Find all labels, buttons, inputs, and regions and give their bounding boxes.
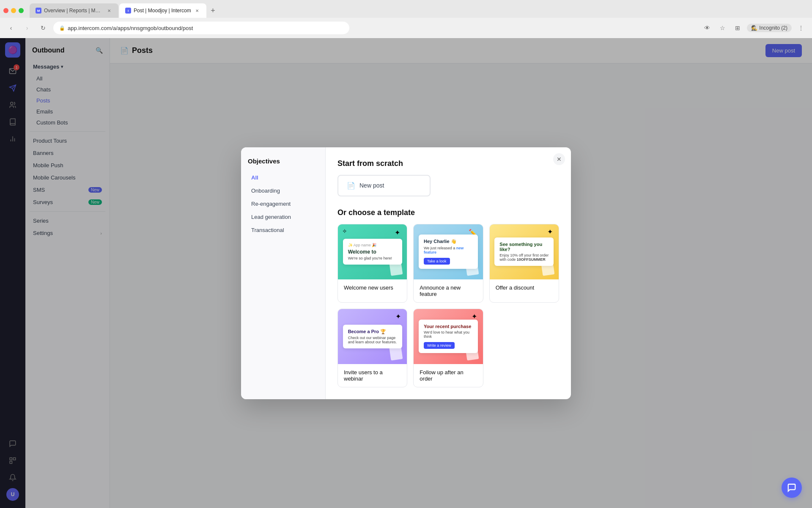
template-section-title: Or choose a template bbox=[337, 208, 559, 217]
template-webinar-preview: Become a Pro 🏆 Check out our webinar pag… bbox=[338, 309, 407, 364]
lock-icon: 🔒 bbox=[59, 25, 65, 31]
template-order-label: Follow up after an order bbox=[414, 364, 483, 387]
webinar-card-content: Become a Pro 🏆 Check out our webinar pag… bbox=[343, 325, 402, 348]
incognito-badge: 🕵 Incognito (2) bbox=[747, 24, 792, 32]
tab-bar: M Overview | Reports | Moodjoy ✕ I Post … bbox=[0, 0, 812, 18]
template-welcome-preview: ✨ App name 🎉 Welcome to We're so glad yo… bbox=[338, 224, 407, 279]
modal-sidebar-item-reengagement[interactable]: Re-engagement bbox=[244, 198, 322, 210]
chat-widget-icon bbox=[787, 483, 796, 492]
new-post-option-label: New post bbox=[359, 182, 384, 189]
modal-close-button[interactable]: ✕ bbox=[553, 153, 565, 165]
chat-widget[interactable] bbox=[782, 478, 802, 498]
close-traffic-light[interactable] bbox=[3, 8, 8, 13]
feature-card-content: Hey Charlie 👋 We just released a new fea… bbox=[419, 235, 478, 269]
reload-button[interactable]: ↻ bbox=[37, 22, 49, 34]
modal-sidebar-item-lead-generation[interactable]: Lead generation bbox=[244, 211, 322, 223]
browser-chrome: M Overview | Reports | Moodjoy ✕ I Post … bbox=[0, 0, 812, 38]
new-post-option[interactable]: 📄 New post bbox=[337, 175, 431, 196]
new-post-option-icon: 📄 bbox=[347, 182, 355, 190]
tab-grid-icon[interactable]: ⊞ bbox=[732, 22, 743, 34]
welcome-card-content: ✨ App name 🎉 Welcome to We're so glad yo… bbox=[343, 239, 402, 265]
template-discount[interactable]: See something you like? Enjoy 10% off yo… bbox=[489, 224, 559, 303]
modal-sidebar-item-all[interactable]: All bbox=[244, 171, 322, 184]
incognito-icon: 🕵 bbox=[751, 25, 757, 31]
tab-post[interactable]: I Post | Moodjoy | Intercom ✕ bbox=[119, 3, 206, 18]
url-bar[interactable]: 🔒 app.intercom.com/a/apps/nnsgmgob/outbo… bbox=[53, 22, 349, 34]
screen-reader-icon[interactable]: 👁 bbox=[701, 22, 713, 34]
tab-close-reports[interactable]: ✕ bbox=[106, 7, 112, 14]
modal-sidebar-item-onboarding[interactable]: Onboarding bbox=[244, 185, 322, 197]
template-feature-label: Announce a new feature bbox=[414, 279, 483, 302]
back-button[interactable]: ‹ bbox=[5, 22, 17, 34]
modal-overlay[interactable]: ✕ Objectives All Onboarding Re-engagemen… bbox=[0, 38, 812, 508]
template-feature[interactable]: Hey Charlie 👋 We just released a new fea… bbox=[413, 224, 483, 303]
discount-card-content: See something you like? Enjoy 10% off yo… bbox=[494, 237, 554, 266]
order-card-content: Your recent purchase We'd love to hear w… bbox=[419, 320, 478, 353]
incognito-label: Incognito (2) bbox=[759, 25, 787, 31]
bookmark-icon[interactable]: ☆ bbox=[716, 22, 728, 34]
url-text: app.intercom.com/a/apps/nnsgmgob/outboun… bbox=[68, 25, 193, 31]
template-order[interactable]: Your recent purchase We'd love to hear w… bbox=[413, 309, 483, 387]
tab-favicon-post: I bbox=[125, 8, 131, 14]
modal-main: Start from scratch 📄 New post Or choose … bbox=[326, 147, 571, 399]
address-actions: 👁 ☆ ⊞ 🕵 Incognito (2) ⋮ bbox=[701, 22, 807, 34]
new-tab-button[interactable]: + bbox=[207, 5, 219, 17]
forward-button[interactable]: › bbox=[21, 22, 33, 34]
address-bar: ‹ › ↻ 🔒 app.intercom.com/a/apps/nnsgmgob… bbox=[0, 18, 812, 38]
tab-title-reports: Overview | Reports | Moodjoy bbox=[44, 8, 103, 14]
modal-sidebar-title: Objectives bbox=[241, 157, 325, 171]
tab-favicon-reports: M bbox=[36, 8, 41, 14]
traffic-lights bbox=[3, 8, 24, 13]
fullscreen-traffic-light[interactable] bbox=[19, 8, 24, 13]
template-webinar-label: Invite users to a webinar bbox=[338, 364, 407, 387]
template-grid: ✨ App name 🎉 Welcome to We're so glad yo… bbox=[337, 224, 559, 387]
tab-reports[interactable]: M Overview | Reports | Moodjoy ✕ bbox=[30, 3, 118, 18]
template-feature-preview: Hey Charlie 👋 We just released a new fea… bbox=[414, 224, 483, 279]
minimize-traffic-light[interactable] bbox=[11, 8, 16, 13]
template-order-preview: Your recent purchase We'd love to hear w… bbox=[414, 309, 483, 364]
scratch-section-title: Start from scratch bbox=[337, 159, 559, 168]
tab-close-post[interactable]: ✕ bbox=[194, 7, 200, 14]
template-webinar[interactable]: Become a Pro 🏆 Check out our webinar pag… bbox=[337, 309, 407, 387]
template-discount-label: Offer a discount bbox=[490, 279, 559, 296]
tab-title-post: Post | Moodjoy | Intercom bbox=[134, 8, 191, 14]
modal-sidebar: Objectives All Onboarding Re-engagement … bbox=[241, 147, 326, 399]
template-welcome[interactable]: ✨ App name 🎉 Welcome to We're so glad yo… bbox=[337, 224, 407, 303]
template-discount-preview: See something you like? Enjoy 10% off yo… bbox=[490, 224, 559, 279]
modal-sidebar-item-transactional[interactable]: Transactional bbox=[244, 224, 322, 236]
modal: ✕ Objectives All Onboarding Re-engagemen… bbox=[241, 147, 571, 399]
template-welcome-label: Welcome new users bbox=[338, 279, 407, 296]
menu-icon[interactable]: ⋮ bbox=[795, 22, 807, 34]
